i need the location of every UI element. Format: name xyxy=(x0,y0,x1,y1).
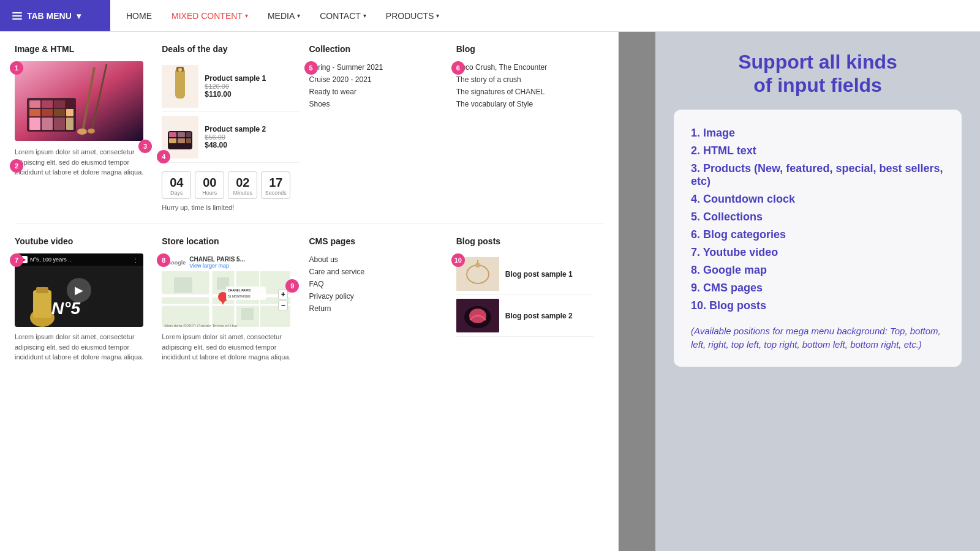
nav-home[interactable]: HOME xyxy=(116,0,162,31)
svg-point-4 xyxy=(88,129,95,133)
mega-col-cms: CMS pages About us Care and service FAQ … xyxy=(309,236,456,362)
col-store-title: Store location xyxy=(162,236,299,246)
map-svg: CHANEL PARIS 51 MONTAIGNE xyxy=(162,271,290,327)
cd-minutes: 02 Minutes xyxy=(228,171,257,199)
badge-6: 6 xyxy=(451,61,465,75)
nav-contact[interactable]: CONTACT ▾ xyxy=(310,0,376,31)
svg-rect-6 xyxy=(29,100,40,108)
svg-rect-25 xyxy=(178,132,185,137)
svg-point-49 xyxy=(475,263,480,268)
feature-4: 5. Collections xyxy=(691,208,944,226)
yt-menu: ⋮ xyxy=(132,257,138,263)
cms-item-2[interactable]: FAQ xyxy=(309,278,447,290)
blog-post-item-1: Blog post sample 1 xyxy=(456,253,594,295)
collection-item-1[interactable]: Cruise 2020 - 2021 xyxy=(309,73,447,86)
features-card: 1. Image 2. HTML text 3. Products (New, … xyxy=(674,110,962,367)
cd-days: 04 Days xyxy=(162,171,191,199)
yt-play-button[interactable]: ▶ xyxy=(67,278,91,302)
cms-item-0[interactable]: About us xyxy=(309,253,447,266)
col-youtube-title: Youtube video xyxy=(15,236,152,246)
feature-5: 6. Blog categories xyxy=(691,226,944,244)
feature-1: 2. HTML text xyxy=(691,142,944,160)
google-map[interactable]: Google CHANEL PARIS 5... View larger map xyxy=(162,253,290,327)
hamburger-icon xyxy=(12,12,22,20)
collection-item-2[interactable]: Ready to wear xyxy=(309,86,447,98)
tab-menu-arrow: ▾ xyxy=(77,11,81,21)
hurry-text: Hurry up, time is limited! xyxy=(162,204,299,211)
feature-9: 10. Blog posts xyxy=(691,297,944,315)
mega-col-youtube: 7 Youtube video ▶ N°5, 100 years ... ⋮ N… xyxy=(15,236,162,362)
col-collection-title: Collection xyxy=(309,44,447,54)
map-view-larger[interactable]: View larger map xyxy=(189,263,245,269)
main-product-image xyxy=(15,61,143,141)
mega-col-collection: 5 Collection Spring - Summer 2021 Cruise… xyxy=(309,44,456,211)
svg-point-21 xyxy=(178,68,182,72)
collection-list: Spring - Summer 2021 Cruise 2020 - 2021 … xyxy=(309,61,447,110)
mega-col-deals: Deals of the day 4 Product sample xyxy=(162,44,309,211)
feature-0: 1. Image xyxy=(691,124,944,142)
deal-old-price-2: $56.00 xyxy=(205,133,266,141)
svg-text:51 MONTAIGNE: 51 MONTAIGNE xyxy=(228,294,251,298)
badge-10: 10 xyxy=(451,253,465,267)
map-controls: + − xyxy=(278,290,288,310)
svg-rect-7 xyxy=(42,100,53,108)
collection-item-0[interactable]: Spring - Summer 2021 xyxy=(309,61,447,73)
svg-rect-12 xyxy=(54,109,65,116)
mega-col-image-html: Image & HTML 1 2 3 xyxy=(15,44,162,211)
blog-item-3[interactable]: The vocabulary of Style xyxy=(456,98,594,110)
tab-menu-button[interactable]: TAB MENU ▾ xyxy=(0,0,110,31)
svg-rect-16 xyxy=(54,118,65,130)
blog-list: Coco Crush, The Encounter The story of a… xyxy=(456,61,594,110)
nav-mixed-content[interactable]: MIXED CONTENT ▾ xyxy=(162,0,258,31)
deal-img-1 xyxy=(162,65,198,108)
svg-rect-26 xyxy=(186,132,191,137)
mega-col-blog: 6 Blog Coco Crush, The Encounter The sto… xyxy=(456,44,603,211)
right-panel: Support all kinds of input fields 1. Ima… xyxy=(655,32,980,551)
deal-old-price-1: $120.00 xyxy=(205,83,266,90)
badge-5: 5 xyxy=(304,61,318,75)
cms-list: About us Care and service FAQ Privacy po… xyxy=(309,253,447,315)
deal-item-1: Product sample 1 $120.00 $110.00 xyxy=(162,61,299,112)
map-top-bar: Google CHANEL PARIS 5... View larger map xyxy=(162,253,290,271)
badge-7: 7 xyxy=(10,253,23,267)
youtube-player[interactable]: ▶ N°5, 100 years ... ⋮ N°5 ▶ xyxy=(15,253,143,327)
nav-media[interactable]: MEDIA ▾ xyxy=(258,0,310,31)
feature-list: 1. Image 2. HTML text 3. Products (New, … xyxy=(691,124,944,315)
svg-rect-29 xyxy=(186,138,191,143)
store-lorem: Lorem ipsum dolor sit amet, consectetur … xyxy=(162,332,299,362)
feature-8: 9. CMS pages xyxy=(691,279,944,297)
main-wrapper: Image & HTML 1 2 3 xyxy=(0,32,980,551)
col-cms-title: CMS pages xyxy=(309,236,447,246)
youtube-lorem: Lorem ipsum dolor sit amet, consectetur … xyxy=(15,332,152,362)
blog-item-0[interactable]: Coco Crush, The Encounter xyxy=(456,61,594,73)
deal-name-1: Product sample 1 xyxy=(205,74,266,83)
support-title: Support all kinds of input fields xyxy=(674,50,962,97)
svg-rect-11 xyxy=(42,109,53,116)
blog-item-1[interactable]: The story of a crush xyxy=(456,73,594,86)
feature-6: 7. Youtube video xyxy=(691,244,944,261)
svg-point-2 xyxy=(77,129,87,135)
svg-rect-24 xyxy=(169,132,176,137)
yt-top-bar: ▶ N°5, 100 years ... ⋮ xyxy=(15,253,143,266)
cms-item-4[interactable]: Return xyxy=(309,302,447,315)
blog-item-2[interactable]: The signatures of CHANEL xyxy=(456,86,594,98)
svg-rect-41 xyxy=(241,308,254,320)
mega-col-store: 8 9 Store location Google CHANEL PARIS 5… xyxy=(162,236,309,362)
navbar: TAB MENU ▾ HOME MIXED CONTENT ▾ MEDIA ▾ … xyxy=(0,0,980,32)
gray-strip xyxy=(619,32,655,551)
deal-item-2: Product sample 2 $56.00 $48.00 xyxy=(162,112,299,163)
svg-text:CHANEL PARIS: CHANEL PARIS xyxy=(228,288,251,292)
collection-item-3[interactable]: Shoes xyxy=(309,98,447,110)
cms-item-1[interactable]: Care and service xyxy=(309,266,447,278)
blog-post-name-2: Blog post sample 2 xyxy=(505,312,573,320)
svg-rect-13 xyxy=(66,109,74,116)
map-visual: CHANEL PARIS 51 MONTAIGNE + − Map data ©… xyxy=(162,271,290,327)
blog-post-img-2 xyxy=(456,299,499,332)
map-zoom-out[interactable]: − xyxy=(278,301,288,310)
col-deals-title: Deals of the day xyxy=(162,44,299,54)
nav-products[interactable]: PRODUCTS ▾ xyxy=(376,0,450,31)
mega-menu-bottom-grid: 7 Youtube video ▶ N°5, 100 years ... ⋮ N… xyxy=(15,224,603,362)
cms-item-3[interactable]: Privacy policy xyxy=(309,290,447,302)
svg-rect-14 xyxy=(29,118,40,130)
map-zoom-in[interactable]: + xyxy=(278,290,288,299)
